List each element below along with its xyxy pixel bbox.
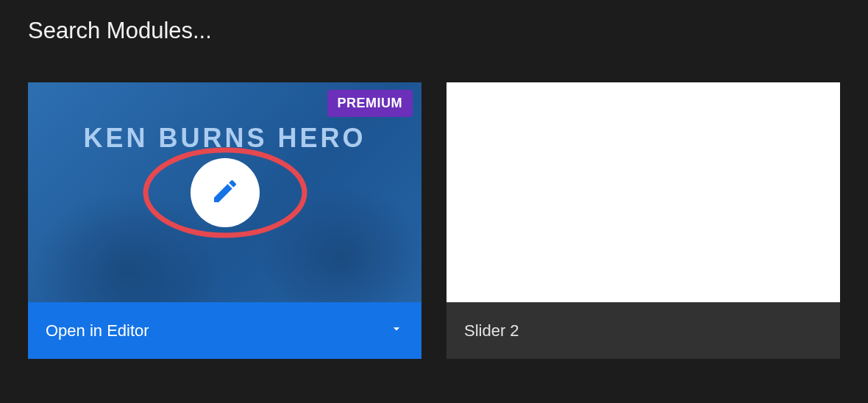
preview-hero-title: KEN BURNS HERO xyxy=(28,123,421,154)
module-preview[interactable]: KEN BURNS HERO Subtitle Here PREMIUM xyxy=(28,82,421,302)
module-card-ken-burns-hero[interactable]: KEN BURNS HERO Subtitle Here PREMIUM Ope… xyxy=(28,82,421,359)
module-preview[interactable] xyxy=(447,82,840,302)
search-modules-input[interactable] xyxy=(28,18,840,44)
module-card-slider-2[interactable]: Slider 2 xyxy=(447,82,840,359)
footer-label: Slider 2 xyxy=(464,321,519,340)
modules-grid: KEN BURNS HERO Subtitle Here PREMIUM Ope… xyxy=(0,44,868,359)
premium-badge: PREMIUM xyxy=(327,90,413,117)
edit-button[interactable] xyxy=(191,158,260,227)
module-card-footer[interactable]: Slider 2 xyxy=(447,302,840,359)
caret-down-icon xyxy=(389,321,404,340)
open-in-editor-dropdown[interactable]: Open in Editor xyxy=(28,302,421,359)
footer-label: Open in Editor xyxy=(46,321,149,340)
pencil-icon xyxy=(210,176,240,209)
